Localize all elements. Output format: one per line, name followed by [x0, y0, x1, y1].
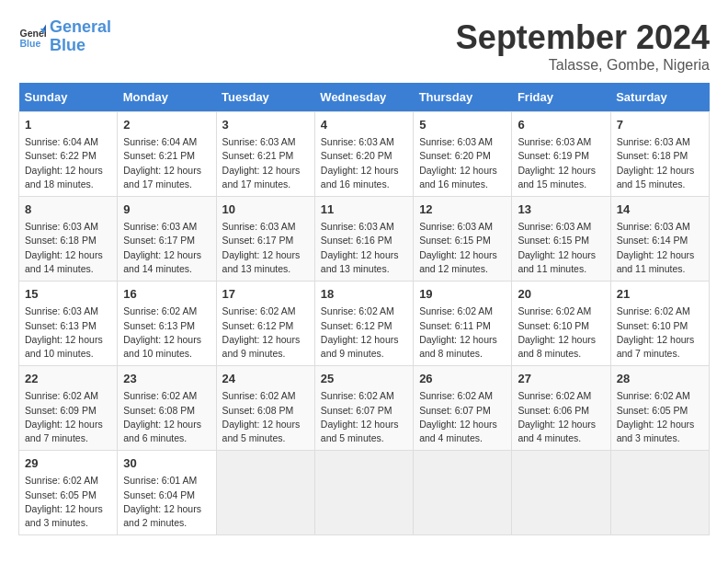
calendar-cell: 7Sunrise: 6:03 AM Sunset: 6:18 PM Daylig… — [610, 112, 709, 197]
svg-text:Blue: Blue — [20, 37, 41, 48]
calendar-cell: 25Sunrise: 6:02 AM Sunset: 6:07 PM Dayli… — [314, 366, 413, 451]
day-info: Sunrise: 6:02 AM Sunset: 6:10 PM Dayligh… — [617, 304, 703, 361]
day-number: 1 — [25, 117, 111, 133]
day-number: 15 — [25, 286, 111, 303]
day-info: Sunrise: 6:03 AM Sunset: 6:13 PM Dayligh… — [25, 304, 111, 361]
day-info: Sunrise: 6:02 AM Sunset: 6:07 PM Dayligh… — [321, 389, 407, 445]
page-header: General Blue GeneralBlue September 2024 … — [18, 18, 710, 74]
day-info: Sunrise: 6:02 AM Sunset: 6:08 PM Dayligh… — [123, 389, 210, 445]
calendar-cell: 5Sunrise: 6:03 AM Sunset: 6:20 PM Daylig… — [414, 112, 512, 197]
day-number: 18 — [321, 286, 407, 303]
day-number: 19 — [419, 286, 506, 303]
location: Talasse, Gombe, Nigeria — [456, 57, 710, 74]
day-info: Sunrise: 6:02 AM Sunset: 6:13 PM Dayligh… — [123, 304, 210, 361]
calendar-cell: 15Sunrise: 6:03 AM Sunset: 6:13 PM Dayli… — [19, 282, 118, 366]
calendar-cell: 23Sunrise: 6:02 AM Sunset: 6:08 PM Dayli… — [118, 366, 216, 451]
day-number: 21 — [617, 286, 703, 303]
week-row-1: 1Sunrise: 6:04 AM Sunset: 6:22 PM Daylig… — [19, 112, 710, 197]
day-info: Sunrise: 6:02 AM Sunset: 6:05 PM Dayligh… — [25, 474, 111, 530]
week-row-4: 22Sunrise: 6:02 AM Sunset: 6:09 PM Dayli… — [19, 366, 710, 451]
day-number: 13 — [518, 201, 604, 218]
calendar-cell: 24Sunrise: 6:02 AM Sunset: 6:08 PM Dayli… — [216, 366, 314, 451]
calendar-cell: 12Sunrise: 6:03 AM Sunset: 6:15 PM Dayli… — [414, 197, 512, 282]
day-number: 16 — [123, 286, 210, 303]
calendar-cell: 4Sunrise: 6:03 AM Sunset: 6:20 PM Daylig… — [314, 112, 413, 197]
week-row-3: 15Sunrise: 6:03 AM Sunset: 6:13 PM Dayli… — [19, 282, 710, 366]
calendar-cell: 6Sunrise: 6:03 AM Sunset: 6:19 PM Daylig… — [512, 112, 610, 197]
day-info: Sunrise: 6:03 AM Sunset: 6:14 PM Dayligh… — [617, 220, 703, 276]
day-info: Sunrise: 6:02 AM Sunset: 6:12 PM Dayligh… — [222, 304, 309, 361]
col-header-sunday: Sunday — [19, 83, 118, 112]
calendar-cell: 16Sunrise: 6:02 AM Sunset: 6:13 PM Dayli… — [118, 282, 216, 366]
week-row-5: 29Sunrise: 6:02 AM Sunset: 6:05 PM Dayli… — [19, 451, 710, 535]
day-info: Sunrise: 6:03 AM Sunset: 6:16 PM Dayligh… — [321, 220, 407, 276]
calendar-cell: 21Sunrise: 6:02 AM Sunset: 6:10 PM Dayli… — [610, 282, 709, 366]
day-number: 10 — [222, 201, 309, 218]
day-info: Sunrise: 6:03 AM Sunset: 6:21 PM Dayligh… — [222, 135, 309, 191]
day-number: 9 — [123, 201, 210, 218]
calendar-cell: 19Sunrise: 6:02 AM Sunset: 6:11 PM Dayli… — [414, 282, 512, 366]
day-info: Sunrise: 6:02 AM Sunset: 6:05 PM Dayligh… — [617, 389, 703, 445]
calendar-cell: 22Sunrise: 6:02 AM Sunset: 6:09 PM Dayli… — [19, 366, 118, 451]
day-info: Sunrise: 6:03 AM Sunset: 6:15 PM Dayligh… — [518, 220, 604, 276]
day-number: 5 — [419, 117, 506, 133]
day-info: Sunrise: 6:04 AM Sunset: 6:22 PM Dayligh… — [25, 135, 111, 191]
calendar-cell: 18Sunrise: 6:02 AM Sunset: 6:12 PM Dayli… — [314, 282, 413, 366]
calendar-cell: 28Sunrise: 6:02 AM Sunset: 6:05 PM Dayli… — [610, 366, 709, 451]
day-number: 17 — [222, 286, 309, 303]
day-number: 30 — [123, 455, 210, 472]
calendar-cell: 30Sunrise: 6:01 AM Sunset: 6:04 PM Dayli… — [118, 451, 216, 535]
day-info: Sunrise: 6:02 AM Sunset: 6:12 PM Dayligh… — [321, 304, 407, 361]
calendar-cell — [414, 451, 512, 535]
day-number: 4 — [321, 117, 407, 133]
day-number: 25 — [321, 371, 407, 387]
logo: General Blue GeneralBlue — [18, 18, 111, 55]
calendar-cell: 11Sunrise: 6:03 AM Sunset: 6:16 PM Dayli… — [314, 197, 413, 282]
day-number: 8 — [25, 201, 111, 218]
day-number: 2 — [123, 117, 210, 133]
calendar-cell: 2Sunrise: 6:04 AM Sunset: 6:21 PM Daylig… — [118, 112, 216, 197]
col-header-monday: Monday — [118, 83, 216, 112]
day-number: 14 — [617, 201, 703, 218]
day-number: 23 — [123, 371, 210, 387]
day-number: 20 — [518, 286, 604, 303]
calendar-cell: 29Sunrise: 6:02 AM Sunset: 6:05 PM Dayli… — [19, 451, 118, 535]
day-number: 6 — [518, 117, 604, 133]
day-info: Sunrise: 6:03 AM Sunset: 6:19 PM Dayligh… — [518, 135, 604, 191]
day-number: 3 — [222, 117, 309, 133]
calendar-cell — [610, 451, 709, 535]
day-number: 26 — [419, 371, 506, 387]
calendar-cell: 17Sunrise: 6:02 AM Sunset: 6:12 PM Dayli… — [216, 282, 314, 366]
col-header-wednesday: Wednesday — [314, 83, 413, 112]
logo-icon: General Blue — [18, 23, 46, 51]
day-info: Sunrise: 6:03 AM Sunset: 6:18 PM Dayligh… — [25, 220, 111, 276]
day-info: Sunrise: 6:03 AM Sunset: 6:15 PM Dayligh… — [419, 220, 506, 276]
calendar-cell: 9Sunrise: 6:03 AM Sunset: 6:17 PM Daylig… — [118, 197, 216, 282]
month-title: September 2024 — [456, 18, 710, 57]
col-header-tuesday: Tuesday — [216, 83, 314, 112]
calendar-header-row: SundayMondayTuesdayWednesdayThursdayFrid… — [19, 83, 710, 112]
day-info: Sunrise: 6:02 AM Sunset: 6:07 PM Dayligh… — [419, 389, 506, 445]
calendar-cell: 8Sunrise: 6:03 AM Sunset: 6:18 PM Daylig… — [19, 197, 118, 282]
col-header-saturday: Saturday — [610, 83, 709, 112]
logo-text: GeneralBlue — [50, 18, 111, 55]
day-number: 12 — [419, 201, 506, 218]
day-info: Sunrise: 6:02 AM Sunset: 6:06 PM Dayligh… — [518, 389, 604, 445]
calendar-cell: 14Sunrise: 6:03 AM Sunset: 6:14 PM Dayli… — [610, 197, 709, 282]
title-block: September 2024 Talasse, Gombe, Nigeria — [456, 18, 710, 74]
calendar-cell: 26Sunrise: 6:02 AM Sunset: 6:07 PM Dayli… — [414, 366, 512, 451]
calendar-cell — [216, 451, 314, 535]
calendar-cell — [314, 451, 413, 535]
calendar-cell: 13Sunrise: 6:03 AM Sunset: 6:15 PM Dayli… — [512, 197, 610, 282]
calendar-cell: 27Sunrise: 6:02 AM Sunset: 6:06 PM Dayli… — [512, 366, 610, 451]
day-number: 11 — [321, 201, 407, 218]
day-info: Sunrise: 6:02 AM Sunset: 6:10 PM Dayligh… — [518, 304, 604, 361]
day-number: 24 — [222, 371, 309, 387]
day-number: 27 — [518, 371, 604, 387]
day-info: Sunrise: 6:02 AM Sunset: 6:11 PM Dayligh… — [419, 304, 506, 361]
day-info: Sunrise: 6:03 AM Sunset: 6:20 PM Dayligh… — [321, 135, 407, 191]
calendar-cell: 3Sunrise: 6:03 AM Sunset: 6:21 PM Daylig… — [216, 112, 314, 197]
calendar-cell: 1Sunrise: 6:04 AM Sunset: 6:22 PM Daylig… — [19, 112, 118, 197]
day-info: Sunrise: 6:03 AM Sunset: 6:18 PM Dayligh… — [617, 135, 703, 191]
day-number: 22 — [25, 371, 111, 387]
